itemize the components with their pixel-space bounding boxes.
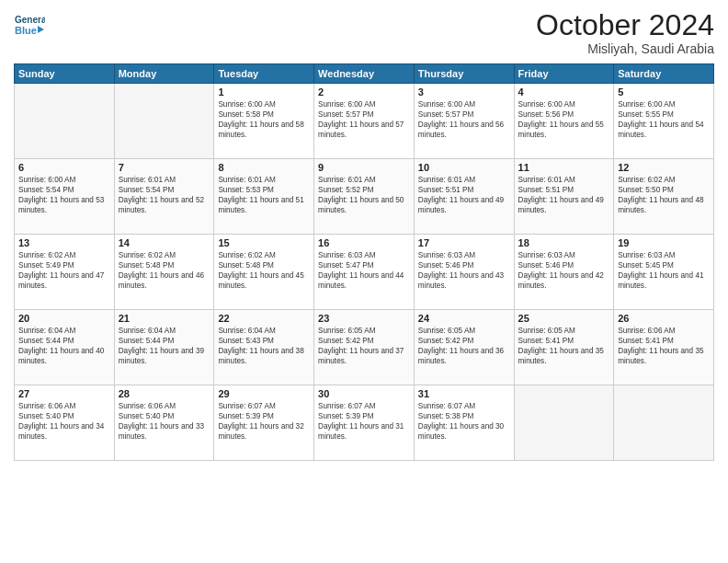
calendar-cell: 4Sunrise: 6:00 AM Sunset: 5:56 PM Daylig… [514,84,614,159]
calendar-cell: 1Sunrise: 6:00 AM Sunset: 5:58 PM Daylig… [214,84,314,159]
day-number: 6 [18,162,110,173]
calendar-cell: 19Sunrise: 6:03 AM Sunset: 5:45 PM Dayli… [614,235,714,310]
day-number: 30 [318,388,410,399]
day-info: Sunrise: 6:06 AM Sunset: 5:41 PM Dayligh… [618,326,710,366]
day-number: 1 [218,86,310,98]
calendar-table: SundayMondayTuesdayWednesdayThursdayFrid… [14,63,714,461]
day-info: Sunrise: 6:00 AM Sunset: 5:54 PM Dayligh… [18,175,110,215]
calendar-cell: 15Sunrise: 6:02 AM Sunset: 5:48 PM Dayli… [214,235,314,310]
calendar-cell: 10Sunrise: 6:01 AM Sunset: 5:51 PM Dayli… [414,159,514,235]
day-info: Sunrise: 6:05 AM Sunset: 5:42 PM Dayligh… [418,326,510,366]
calendar-cell [15,84,115,159]
day-info: Sunrise: 6:00 AM Sunset: 5:58 PM Dayligh… [218,99,310,140]
week-row-1: 1Sunrise: 6:00 AM Sunset: 5:58 PM Daylig… [15,84,714,159]
day-number: 18 [518,237,610,248]
day-info: Sunrise: 6:01 AM Sunset: 5:52 PM Dayligh… [318,175,410,215]
calendar-cell: 27Sunrise: 6:06 AM Sunset: 5:40 PM Dayli… [15,385,115,461]
day-info: Sunrise: 6:02 AM Sunset: 5:50 PM Dayligh… [618,175,710,215]
calendar-cell: 3Sunrise: 6:00 AM Sunset: 5:57 PM Daylig… [414,84,514,159]
day-info: Sunrise: 6:00 AM Sunset: 5:57 PM Dayligh… [418,99,510,140]
calendar-cell: 17Sunrise: 6:03 AM Sunset: 5:46 PM Dayli… [414,235,514,310]
calendar-cell: 25Sunrise: 6:05 AM Sunset: 5:41 PM Dayli… [514,310,614,385]
day-number: 8 [218,162,310,173]
day-number: 25 [518,313,610,324]
day-number: 27 [18,388,110,399]
calendar-cell [114,84,214,159]
week-row-4: 20Sunrise: 6:04 AM Sunset: 5:44 PM Dayli… [15,310,714,385]
day-number: 23 [318,313,410,324]
calendar-cell [514,385,614,461]
calendar-cell: 30Sunrise: 6:07 AM Sunset: 5:39 PM Dayli… [314,385,415,461]
day-number: 7 [119,162,210,173]
day-info: Sunrise: 6:03 AM Sunset: 5:47 PM Dayligh… [318,250,410,291]
week-row-2: 6Sunrise: 6:00 AM Sunset: 5:54 PM Daylig… [15,159,714,235]
day-info: Sunrise: 6:00 AM Sunset: 5:56 PM Dayligh… [518,99,610,140]
day-info: Sunrise: 6:02 AM Sunset: 5:48 PM Dayligh… [119,250,210,291]
calendar-cell: 26Sunrise: 6:06 AM Sunset: 5:41 PM Dayli… [614,310,714,385]
calendar-cell: 6Sunrise: 6:00 AM Sunset: 5:54 PM Daylig… [15,159,115,235]
calendar-cell: 9Sunrise: 6:01 AM Sunset: 5:52 PM Daylig… [314,159,415,235]
calendar-cell: 31Sunrise: 6:07 AM Sunset: 5:38 PM Dayli… [414,385,514,461]
weekday-header-monday: Monday [114,64,214,84]
logo-svg: General Blue [14,9,45,40]
day-info: Sunrise: 6:06 AM Sunset: 5:40 PM Dayligh… [18,401,110,442]
day-info: Sunrise: 6:04 AM Sunset: 5:43 PM Dayligh… [218,326,310,366]
day-number: 10 [418,162,510,173]
day-number: 29 [218,388,310,399]
day-number: 14 [119,237,210,248]
day-info: Sunrise: 6:02 AM Sunset: 5:49 PM Dayligh… [18,250,110,291]
day-number: 24 [418,313,510,324]
day-number: 5 [618,86,710,98]
day-number: 3 [418,86,510,98]
calendar-cell: 7Sunrise: 6:01 AM Sunset: 5:54 PM Daylig… [114,159,214,235]
day-number: 28 [119,388,210,399]
day-info: Sunrise: 6:07 AM Sunset: 5:39 PM Dayligh… [218,401,310,442]
week-row-5: 27Sunrise: 6:06 AM Sunset: 5:40 PM Dayli… [15,385,714,461]
day-info: Sunrise: 6:07 AM Sunset: 5:39 PM Dayligh… [318,401,410,442]
calendar-cell: 20Sunrise: 6:04 AM Sunset: 5:44 PM Dayli… [15,310,115,385]
calendar-cell: 21Sunrise: 6:04 AM Sunset: 5:44 PM Dayli… [114,310,214,385]
day-info: Sunrise: 6:00 AM Sunset: 5:55 PM Dayligh… [618,99,710,140]
calendar-cell: 16Sunrise: 6:03 AM Sunset: 5:47 PM Dayli… [314,235,415,310]
logo: General Blue [14,9,45,40]
day-info: Sunrise: 6:05 AM Sunset: 5:41 PM Dayligh… [518,326,610,366]
calendar-cell: 8Sunrise: 6:01 AM Sunset: 5:53 PM Daylig… [214,159,314,235]
calendar-cell [614,385,714,461]
day-info: Sunrise: 6:01 AM Sunset: 5:53 PM Dayligh… [218,175,310,215]
svg-text:Blue: Blue [15,25,37,36]
day-info: Sunrise: 6:07 AM Sunset: 5:38 PM Dayligh… [418,401,510,442]
day-number: 26 [618,313,710,324]
calendar-cell: 13Sunrise: 6:02 AM Sunset: 5:49 PM Dayli… [15,235,115,310]
weekday-header-friday: Friday [514,64,614,84]
day-info: Sunrise: 6:03 AM Sunset: 5:45 PM Dayligh… [618,250,710,291]
day-info: Sunrise: 6:03 AM Sunset: 5:46 PM Dayligh… [518,250,610,291]
day-number: 16 [318,237,410,248]
calendar-cell: 11Sunrise: 6:01 AM Sunset: 5:51 PM Dayli… [514,159,614,235]
month-title: October 2024 [536,9,714,41]
day-number: 21 [119,313,210,324]
title-block: October 2024 Misliyah, Saudi Arabia [536,9,714,56]
calendar-cell: 23Sunrise: 6:05 AM Sunset: 5:42 PM Dayli… [314,310,415,385]
week-row-3: 13Sunrise: 6:02 AM Sunset: 5:49 PM Dayli… [15,235,714,310]
day-number: 15 [218,237,310,248]
calendar-cell: 29Sunrise: 6:07 AM Sunset: 5:39 PM Dayli… [214,385,314,461]
day-number: 13 [18,237,110,248]
day-number: 2 [318,86,410,98]
weekday-header-tuesday: Tuesday [214,64,314,84]
day-info: Sunrise: 6:04 AM Sunset: 5:44 PM Dayligh… [18,326,110,366]
day-info: Sunrise: 6:05 AM Sunset: 5:42 PM Dayligh… [318,326,410,366]
weekday-header-saturday: Saturday [614,64,714,84]
page-container: General Blue October 2024 Misliyah, Saud… [0,0,728,465]
calendar-cell: 5Sunrise: 6:00 AM Sunset: 5:55 PM Daylig… [614,84,714,159]
day-number: 22 [218,313,310,324]
weekday-header-thursday: Thursday [414,64,514,84]
day-number: 4 [518,86,610,98]
day-info: Sunrise: 6:02 AM Sunset: 5:48 PM Dayligh… [218,250,310,291]
day-number: 17 [418,237,510,248]
header: General Blue October 2024 Misliyah, Saud… [14,9,714,56]
calendar-cell: 14Sunrise: 6:02 AM Sunset: 5:48 PM Dayli… [114,235,214,310]
weekday-header-sunday: Sunday [15,64,115,84]
location: Misliyah, Saudi Arabia [536,41,714,56]
day-info: Sunrise: 6:01 AM Sunset: 5:51 PM Dayligh… [418,175,510,215]
calendar-cell: 28Sunrise: 6:06 AM Sunset: 5:40 PM Dayli… [114,385,214,461]
